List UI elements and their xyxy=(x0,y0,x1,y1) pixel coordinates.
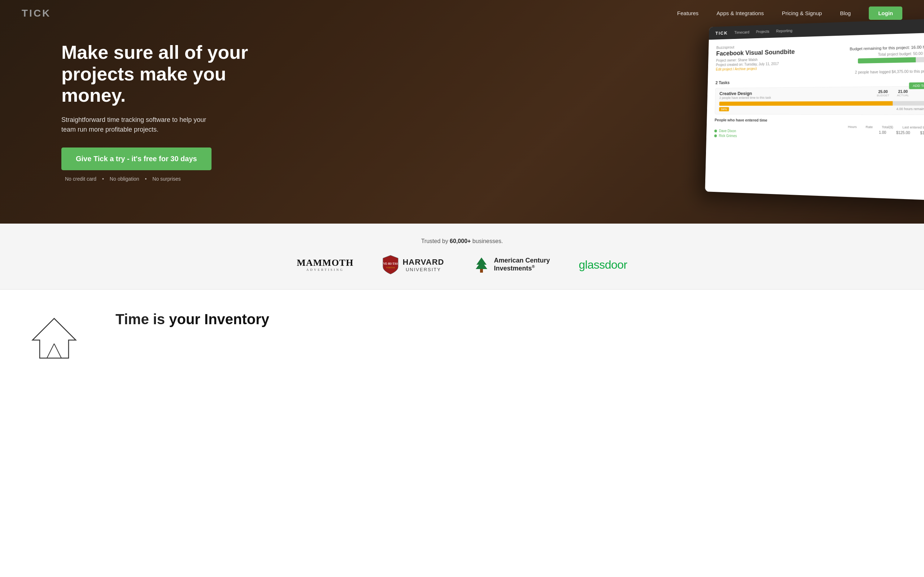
bottom-heading-bold: your Inventory xyxy=(169,311,269,327)
logo-mammoth: MAMMOTH ADVERTISING xyxy=(297,258,353,272)
hero-headline: Make sure all of your projects make you … xyxy=(61,42,253,106)
nav-apps[interactable]: Apps & Integrations xyxy=(716,10,764,16)
logo-aci: American Century Investments® xyxy=(473,256,550,273)
hero-tagline: No credit card • No obligation • No surp… xyxy=(63,176,253,182)
tagline-part-1: No credit card xyxy=(65,176,96,182)
screenshot-pct: 77% xyxy=(850,63,924,69)
screenshot-task1-name: Creative Design xyxy=(719,90,771,96)
app-screenshot: TICK Timecard Projects Reporting Buzzspr… xyxy=(705,18,924,200)
screenshot-col-hours: Hours xyxy=(848,125,857,129)
svg-line-7 xyxy=(54,344,61,358)
nav-pricing[interactable]: Pricing & Signup xyxy=(782,10,822,16)
screenshot-nav-timecard: Timecard xyxy=(734,30,749,35)
nav-features[interactable]: Features xyxy=(677,10,698,16)
trusted-count: 60,000+ xyxy=(450,238,471,244)
screenshot-add-task[interactable]: ADD TASK xyxy=(909,82,924,89)
svg-text:VERITAS: VERITAS xyxy=(386,266,395,269)
login-button[interactable]: Login xyxy=(869,6,902,20)
brand-logo[interactable]: TICK xyxy=(22,8,51,19)
screenshot-total-budget: Total project budget: 50.00 hours xyxy=(850,51,924,57)
svg-marker-3 xyxy=(476,261,487,269)
nav-blog[interactable]: Blog xyxy=(840,10,851,16)
hero-subheadline: Straightforward time tracking software t… xyxy=(61,115,213,134)
logos-row: MAMMOTH ADVERTISING VE-RI-TAS VERITAS HA… xyxy=(22,255,902,275)
bottom-text: Time is your Inventory xyxy=(115,311,269,327)
screenshot-body: Buzzsprout Facebook Visual Soundbite Pro… xyxy=(705,32,924,200)
bullet-2: • xyxy=(145,176,148,182)
svg-line-6 xyxy=(47,344,54,358)
screenshot-nav-projects: Projects xyxy=(756,29,769,34)
screenshot-task1-remaining: 4.00 hours remaining xyxy=(896,107,924,112)
trusted-text-before: Trusted by xyxy=(421,238,450,244)
screenshot-task1-fill xyxy=(719,101,893,106)
screenshot-logged: 2 people have logged $4,375.00 to this p… xyxy=(850,69,924,75)
screenshot-task1: Creative Design 2 people have entered ti… xyxy=(715,86,924,115)
screenshot-task1-budget: 25.00 xyxy=(877,90,889,94)
screenshot-col-last: Last entered time on xyxy=(902,126,924,129)
screenshot-people-section: People who have entered time Hours Rate … xyxy=(714,118,924,141)
screenshot-logo: TICK xyxy=(716,30,728,36)
trusted-text-after: businesses. xyxy=(471,238,503,244)
trusted-section: Trusted by 60,000+ businesses. MAMMOTH A… xyxy=(0,224,924,290)
screenshot-task1-bar xyxy=(719,101,924,106)
screenshot-col-total: Total($) xyxy=(882,125,893,129)
trusted-text: Trusted by 60,000+ businesses. xyxy=(22,238,902,245)
logo-glassdoor: glassdoor xyxy=(578,258,627,272)
hero-section: Make sure all of your projects make you … xyxy=(0,0,924,224)
screenshot-edit-links: Edit project / Archive project xyxy=(716,66,795,71)
bottom-heading-normal: Time is xyxy=(115,311,169,327)
screenshot-progress-bar xyxy=(858,57,924,63)
svg-rect-4 xyxy=(480,269,483,272)
screenshot-task1-sub: 2 people have entered time to this task xyxy=(719,96,771,100)
bullet-1: • xyxy=(102,176,105,182)
tagline-part-3: No surprises xyxy=(152,176,181,182)
screenshot-nav-reporting: Reporting xyxy=(776,29,792,33)
tagline-part-2: No obligation xyxy=(110,176,139,182)
screenshot-progress-fill xyxy=(858,57,916,63)
svg-marker-5 xyxy=(32,318,76,358)
screenshot-project-title: Facebook Visual Soundbite xyxy=(716,48,795,57)
screenshot-people-header: People who have entered time xyxy=(715,118,924,123)
logo-harvard: VE-RI-TAS VERITAS HARVARD UNIVERSITY xyxy=(382,255,444,275)
bottom-icon-area xyxy=(22,311,87,362)
screenshot-col-rate: Rate xyxy=(866,125,873,129)
cta-button[interactable]: Give Tick a try - it's free for 30 days xyxy=(61,148,212,170)
hero-content: Make sure all of your projects make you … xyxy=(0,42,253,182)
main-nav: TICK Features Apps & Integrations Pricin… xyxy=(0,0,924,26)
bottom-section: Time is your Inventory xyxy=(0,290,924,384)
screenshot-task1-actual: 21.00 xyxy=(897,89,909,94)
screenshot-task1-pct: 84% xyxy=(719,107,729,111)
svg-text:VE-RI-TAS: VE-RI-TAS xyxy=(383,262,398,266)
